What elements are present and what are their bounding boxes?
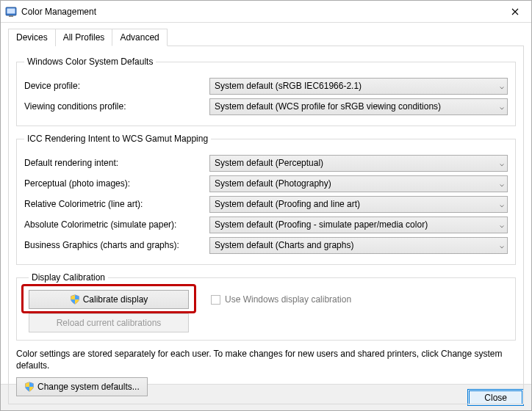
device-profile-label: Device profile: (24, 81, 209, 91)
relative-colorimetric-value: System default (Proofing and line art) (215, 199, 360, 209)
default-intent-label: Default rendering intent: (24, 158, 209, 168)
use-windows-calibration-checkbox[interactable]: Use Windows display calibration (211, 294, 351, 305)
perceptual-label: Perceptual (photo images): (24, 178, 209, 189)
svg-rect-2 (9, 15, 13, 17)
chevron-down-icon: ⌵ (500, 241, 504, 250)
uac-shield-icon (70, 294, 80, 305)
relative-colorimetric-combobox[interactable]: System default (Proofing and line art) ⌵ (209, 196, 508, 213)
group-icc-mapping: ICC Rendering Intent to WCS Gamut Mappin… (16, 134, 516, 265)
checkbox-box (211, 295, 220, 305)
chevron-down-icon: ⌵ (500, 180, 504, 188)
info-text: Color settings are stored separately for… (16, 348, 516, 371)
absolute-colorimetric-label: Absolute Colorimetric (simulate paper): (24, 219, 209, 230)
group-display-calibration: Display Calibration Calibrate display (16, 272, 516, 341)
group-wcs-defaults-legend: Windows Color System Defaults (24, 57, 156, 67)
tab-all-profiles[interactable]: All Profiles (55, 29, 113, 46)
group-display-calibration-legend: Display Calibration (29, 272, 108, 283)
device-profile-value: System default (sRGB IEC61966-2.1) (215, 81, 362, 91)
change-system-defaults-button[interactable]: Change system defaults... (16, 377, 148, 396)
tab-strip: Devices All Profiles Advanced (8, 29, 524, 46)
viewing-conditions-combobox[interactable]: System default (WCS profile for sRGB vie… (209, 98, 508, 115)
relative-colorimetric-label: Relative Colorimetric (line art): (24, 199, 209, 209)
close-window-button[interactable] (498, 1, 531, 23)
business-graphics-label: Business Graphics (charts and graphs): (24, 240, 209, 250)
uac-shield-icon (24, 382, 35, 392)
perceptual-value: System default (Photography) (215, 178, 331, 189)
absolute-colorimetric-value: System default (Proofing - simulate pape… (215, 219, 428, 230)
chevron-down-icon: ⌵ (500, 82, 504, 90)
tab-devices[interactable]: Devices (8, 29, 56, 46)
viewing-conditions-label: Viewing conditions profile: (24, 101, 209, 112)
svg-rect-1 (7, 8, 15, 13)
perceptual-combobox[interactable]: System default (Photography) ⌵ (209, 175, 508, 192)
reload-calibrations-button: Reload current calibrations (29, 313, 189, 332)
tab-advanced[interactable]: Advanced (112, 29, 167, 46)
business-graphics-value: System default (Charts and graphs) (215, 240, 353, 250)
default-intent-value: System default (Perceptual) (215, 158, 323, 168)
chevron-down-icon: ⌵ (500, 159, 504, 167)
chevron-down-icon: ⌵ (500, 200, 504, 208)
titlebar: Color Management (1, 1, 531, 23)
tab-panel-advanced: Windows Color System Defaults Device pro… (8, 46, 524, 404)
viewing-conditions-value: System default (WCS profile for sRGB vie… (215, 101, 441, 112)
group-wcs-defaults: Windows Color System Defaults Device pro… (16, 57, 516, 126)
use-windows-calibration-label: Use Windows display calibration (225, 294, 351, 305)
absolute-colorimetric-combobox[interactable]: System default (Proofing - simulate pape… (209, 217, 508, 233)
chevron-down-icon: ⌵ (500, 221, 504, 229)
window-title: Color Management (21, 7, 498, 17)
app-icon (5, 6, 17, 18)
default-intent-combobox[interactable]: System default (Perceptual) ⌵ (209, 155, 508, 172)
group-icc-mapping-legend: ICC Rendering Intent to WCS Gamut Mappin… (24, 134, 211, 144)
reload-calibrations-label: Reload current calibrations (57, 318, 162, 328)
change-system-defaults-label: Change system defaults... (37, 382, 140, 392)
chevron-down-icon: ⌵ (500, 103, 504, 111)
calibrate-display-button[interactable]: Calibrate display (29, 290, 189, 309)
device-profile-combobox[interactable]: System default (sRGB IEC61966-2.1) ⌵ (209, 78, 508, 95)
business-graphics-combobox[interactable]: System default (Charts and graphs) ⌵ (209, 237, 508, 254)
calibrate-display-label: Calibrate display (83, 294, 148, 305)
